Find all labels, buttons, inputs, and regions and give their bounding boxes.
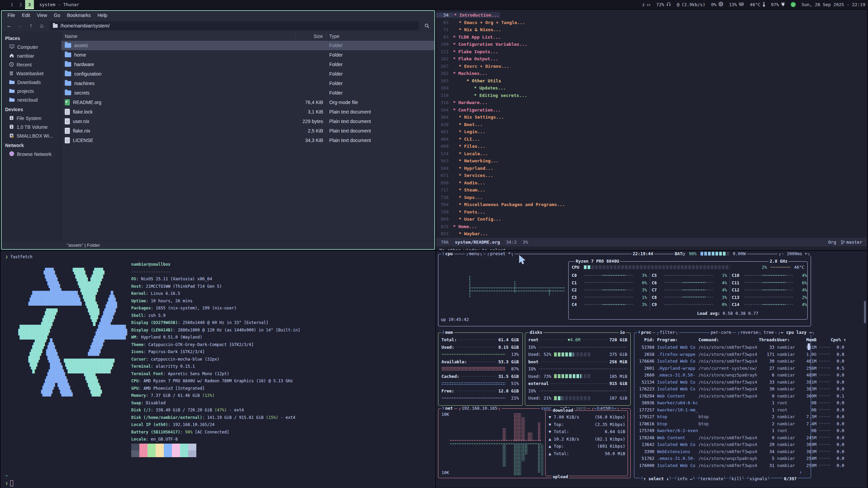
terminal-palette [131,444,196,457]
proc-row-3390[interactable]: 3390WebExtensions/nix/store/sm8fmrf3wps4… [637,449,844,454]
sidebar-item-nambiar[interactable]: nambiar [2,52,61,60]
preset-button[interactable]: ┌preset *┐ [486,251,515,256]
tree-button[interactable]: tree [763,330,775,335]
proc-key-4[interactable]: ┘signals└ [746,476,771,481]
proc-key-2[interactable]: ┘terminate└ [697,476,727,481]
terminal-scrollbar[interactable] [864,301,866,323]
column-name[interactable]: Name [61,32,295,40]
path-bar[interactable]: /home/nambiar/system/ [50,21,419,30]
idle-inhibitor[interactable]: zzz [642,2,651,7]
update-interval-button[interactable]: ┌- 2000ms +┐ [777,251,811,256]
palette-swatch [156,450,164,457]
sidebar-item-downloads[interactable]: Downloads [2,78,61,87]
proc-row-177257[interactable]: 177257kworker/10:1-mm_1root0B0.0 [637,407,844,412]
sidebar-item-smallbox-wi-[interactable]: SMALLBOX Wi... [2,131,61,140]
sidebar-item-1-0-tb-volume[interactable]: 1,0 TB Volume [2,123,61,131]
per-core-button[interactable]: per-core [710,330,732,335]
proc-row-176646[interactable]: 176646Isolated Web Co/nix/store/sm8fmrf3… [637,359,844,364]
disks-io-toggle[interactable]: io [619,330,626,335]
column-headers: Name Size Type [61,32,434,41]
proc-scroll-down[interactable]: ↓ [800,469,802,474]
column-type[interactable]: Type [327,32,434,40]
proc-row-175749[interactable]: 175749kworker/6:2-even1root0B0.0 [637,428,844,433]
proc-row-178248[interactable]: 178248Web Content/nix/store/sm8fmrf3wps4… [637,435,844,440]
home-button[interactable]: ⌂ [37,21,46,30]
menu-help[interactable]: Help [95,12,111,19]
volume[interactable]: 72% [656,2,671,7]
updates[interactable]: ✓ [791,2,796,7]
proc-row-13642[interactable]: 13642Isolated Web Co/nix/store/sm8fmrf3w… [637,442,844,447]
sidebar-item-projects[interactable]: projects [2,87,61,96]
sort-button[interactable]: ┌← cpu lazy →┐ [777,330,816,335]
sidebar-item-computer[interactable]: Computer [2,43,61,52]
folder-icon [9,97,15,103]
battery[interactable]: 97% [771,2,785,8]
filter-button[interactable]: ┌filter┐ [655,330,679,335]
proc-row-52134[interactable]: 52134Isolated Web Co/nix/store/sm8fmrf3w… [637,380,844,385]
sidebar-item-wastebasket[interactable]: Wastebasket [2,69,61,78]
file-row-configuration[interactable]: configurationFolder [61,69,434,79]
menu-bookmarks[interactable]: Bookmarks [64,12,94,19]
workspace-2[interactable]: 2 [16,0,25,9]
disk-io-row: IO% [528,366,627,371]
file-row-assets[interactable]: assetsFolder [61,41,434,50]
cpu-graph [470,290,565,291]
workspace-3[interactable]: 3 [25,0,34,9]
proc-key-0[interactable]: ┘↑ select ↓└ [640,476,672,481]
proc-row-178294[interactable]: 178294Web Content/nix/store/sm8fmrf3wps4… [637,393,844,399]
forward-button[interactable]: → [15,21,25,30]
file-row-home[interactable]: homeFolder [61,50,434,60]
proc-key-1[interactable]: ┘info ↵└ [674,476,696,481]
proc-row-176223[interactable]: 176223Isolated Web Co/nix/store/sm8fmrf3… [637,386,844,391]
workspace-1[interactable]: 1 [7,0,16,9]
core-row-C14: C144% [732,302,807,307]
headphones-icon [666,2,671,7]
file-row-user.nix[interactable]: user.nix229 bytesPlain text document [61,117,434,126]
file-row-LICENSE[interactable]: LICENSE34,3 KiBPlain text document [61,136,434,145]
proc-row-176000[interactable]: 176000Isolated Web Co/nix/store/sm8fmrf3… [637,463,844,468]
proc-row-2601[interactable]: 2601.Hyprland-wrapp/run/current-system/s… [637,366,844,371]
reverse-button[interactable]: ┌reverse┐ [736,330,763,335]
back-button[interactable]: ← [4,21,14,30]
up-button[interactable]: ↑ [26,21,36,30]
proc-row-38936[interactable]: 38936kworker/u64:6-kc1root0B0.0 [637,400,844,405]
file-row-secrets[interactable]: secretsFolder [61,88,434,98]
file-row-README.org[interactable]: README.org76,4 KiBOrg-mode file [61,98,434,107]
proc-row-179127[interactable]: 179127btopbtop2nambiar7.3M0.0 [637,414,844,419]
cpu-load[interactable]: 0% [711,2,723,7]
proc-row-178616[interactable]: 178616btopbtop2nambiar7.4M0.0 [637,421,844,426]
temperature[interactable]: 46°C [750,2,765,8]
shell-prompt: ~ ❯ [5,472,13,487]
menu-button[interactable]: ┌menu┐ [465,251,484,256]
net-interface-button[interactable]: ┌←b eth0 n→┐ [590,406,620,411]
file-row-hardware[interactable]: hardwareFolder [61,60,434,69]
file-row-machines[interactable]: machinesFolder [61,79,434,88]
net-sync-button[interactable]: sync [540,406,552,411]
file-row-flake.nix[interactable]: flake.nix2,5 KiBPlain text document [61,126,434,136]
menu-view[interactable]: View [34,12,50,19]
file-row-flake.lock[interactable]: flake.lock3,1 KiBPlain text document [61,107,434,117]
search-button[interactable] [422,21,432,30]
sidebar-item-nextcloud[interactable]: nextcloud [2,96,61,104]
proc-row-2660[interactable]: 2660.emacs-31.0.50-/nix/store/wnqz5pa8ra… [637,372,844,378]
column-size[interactable]: Size [295,32,327,40]
memory[interactable]: 13% [729,2,744,7]
network[interactable]: @(2.9kb/s) [677,2,705,7]
proc-key-3[interactable]: ┘kill└ [728,476,745,481]
menu-go[interactable]: Go [51,12,63,19]
proc-row-2658[interactable]: 2658.firefox-wrappe/nix/store/sm8fmrf3wp… [637,352,844,357]
sidebar-item-file-system[interactable]: File System [2,114,61,123]
path-folder-icon [53,24,58,28]
proc-row-52368[interactable]: 52368Isolated Web Co/nix/store/sm8fmrf3w… [637,345,844,350]
net-zero-button[interactable]: zero [575,406,587,411]
cpu-graph [470,287,565,288]
proc-row-51762[interactable]: 51762.emacs-31.0.50-/nix/store/wnqz5pa8r… [637,456,844,461]
sidebar-item-recent[interactable]: Recent [2,60,61,69]
clock[interactable]: Sun, 28 Sep 2025 - 22:19 [802,2,865,7]
sidebar-item-browse-network[interactable]: Browse Network [2,150,61,159]
net-graph-down [514,444,521,475]
menu-file[interactable]: File [4,12,18,19]
menu-edit[interactable]: Edit [19,12,33,19]
palette-swatch [172,450,180,457]
proc-scrollbar[interactable] [808,343,810,350]
